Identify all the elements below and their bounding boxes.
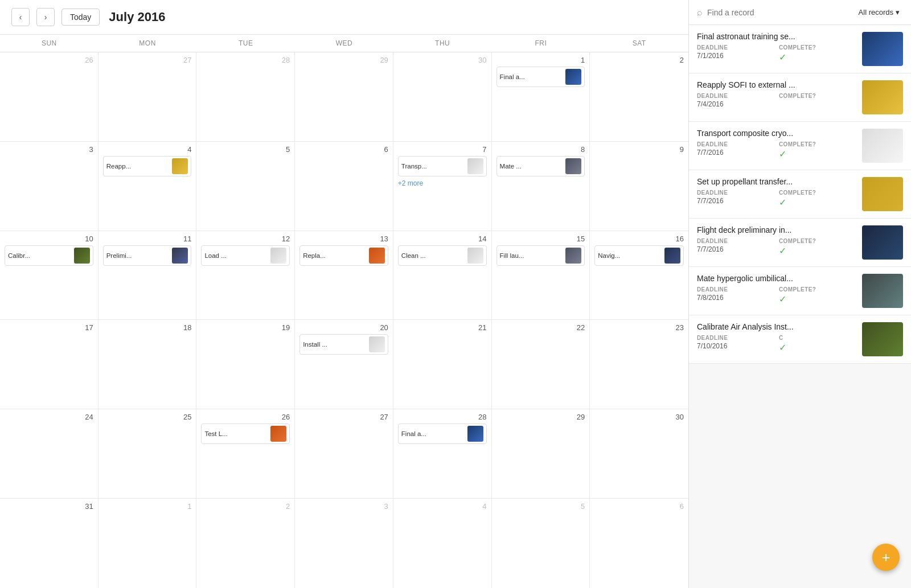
calendar-cell[interactable]: 27 — [295, 409, 393, 498]
event-item[interactable]: Load ... — [201, 245, 290, 266]
calendar-cell[interactable]: 7Transp...+2 more — [393, 142, 492, 231]
add-record-fab[interactable]: + — [872, 544, 900, 571]
record-meta: DEADLINECOMPLETE?7/7/2016✓ — [697, 238, 856, 256]
day-number: 13 — [299, 235, 388, 243]
calendar-cell[interactable]: 16Navig... — [590, 231, 688, 320]
event-thumbnail — [74, 248, 90, 264]
day-number: 1 — [496, 56, 585, 64]
day-number: 28 — [201, 56, 290, 64]
calendar-cell[interactable]: 1Final a... — [492, 52, 590, 141]
event-item[interactable]: Reapp... — [103, 156, 192, 176]
calendar-cell[interactable]: 19 — [196, 320, 295, 409]
record-item[interactable]: Reapply SOFI to external ...DEADLINECOMP… — [689, 73, 911, 122]
complete-label: COMPLETE? — [779, 44, 856, 51]
calendar-cell[interactable]: 15Fill lau... — [492, 231, 590, 320]
calendar-cell[interactable]: 5 — [196, 142, 295, 231]
week-row-1: 34Reapp...567Transp...+2 more8Mate ...9 — [0, 142, 688, 231]
calendar-cell[interactable]: 25 — [99, 409, 197, 498]
day-number: 26 — [5, 56, 93, 64]
calendar-cell[interactable]: 12Load ... — [196, 231, 295, 320]
event-item[interactable]: Clean ... — [398, 245, 487, 266]
calendar-cell[interactable]: 4Reapp... — [99, 142, 197, 231]
event-item[interactable]: Install ... — [299, 334, 388, 355]
record-item[interactable]: Mate hypergolic umbilical...DEADLINECOMP… — [689, 267, 911, 315]
calendar-cell[interactable]: 2 — [590, 52, 688, 141]
calendar-cell[interactable]: 4 — [393, 499, 492, 588]
calendar-cell[interactable]: 30 — [590, 409, 688, 498]
event-thumbnail — [172, 158, 188, 174]
calendar-cell[interactable]: 31 — [0, 499, 99, 588]
calendar-cell[interactable]: 11Prelimi... — [99, 231, 197, 320]
calendar-cell[interactable]: 17 — [0, 320, 99, 409]
calendar-cell[interactable]: 30 — [393, 52, 492, 141]
panel-header: ⌕ All records ▾ — [689, 0, 911, 25]
calendar-cell[interactable]: 2 — [196, 499, 295, 588]
day-number: 12 — [201, 235, 290, 243]
record-item[interactable]: Calibrate Air Analysis Inst...DEADLINEC7… — [689, 315, 911, 364]
event-item[interactable]: Fill lau... — [496, 245, 585, 266]
event-thumbnail — [565, 158, 581, 174]
calendar-cell[interactable]: 1 — [99, 499, 197, 588]
event-thumbnail — [664, 248, 680, 264]
event-item[interactable]: Final a... — [496, 67, 585, 87]
calendar-cell[interactable]: 8Mate ... — [492, 142, 590, 231]
event-item[interactable]: Calibr... — [5, 245, 93, 266]
right-panel: ⌕ All records ▾ Final astronaut training… — [689, 0, 911, 588]
event-thumbnail — [270, 426, 286, 442]
event-thumbnail — [369, 248, 385, 264]
event-item[interactable]: Transp... — [398, 156, 487, 176]
today-button[interactable]: Today — [61, 9, 100, 26]
more-events-link[interactable]: +2 more — [398, 178, 487, 188]
calendar-cell[interactable]: 27 — [99, 52, 197, 141]
complete-value: ✓ — [779, 52, 856, 63]
calendar-cell[interactable]: 29 — [492, 409, 590, 498]
record-item[interactable]: Set up propellant transfer...DEADLINECOM… — [689, 170, 911, 219]
calendar-cell[interactable]: 3 — [0, 142, 99, 231]
calendar-cell[interactable]: 6 — [590, 499, 688, 588]
next-button[interactable]: › — [36, 8, 55, 26]
calendar-cell[interactable]: 26Test L... — [196, 409, 295, 498]
calendar-cell[interactable]: 5 — [492, 499, 590, 588]
calendar-cell[interactable]: 23 — [590, 320, 688, 409]
calendar-cell[interactable]: 28 — [196, 52, 295, 141]
calendar-cell[interactable]: 26 — [0, 52, 99, 141]
event-item[interactable]: Test L... — [201, 423, 290, 444]
all-records-filter[interactable]: All records ▾ — [855, 6, 903, 19]
search-input[interactable] — [707, 8, 851, 17]
event-item[interactable]: Prelimi... — [103, 245, 192, 266]
day-number: 15 — [496, 235, 585, 243]
week-row-5: 31123456 — [0, 499, 688, 588]
calendar-cell[interactable]: 14Clean ... — [393, 231, 492, 320]
calendar-cell[interactable]: 6 — [295, 142, 393, 231]
event-item[interactable]: Mate ... — [496, 156, 585, 176]
event-item[interactable]: Navig... — [594, 245, 684, 266]
complete-label: COMPLETE? — [779, 238, 856, 244]
record-item[interactable]: Transport composite cryo...DEADLINECOMPL… — [689, 122, 911, 170]
calendar-cell[interactable]: 13Repla... — [295, 231, 393, 320]
day-number: 27 — [103, 56, 192, 64]
calendar-cell[interactable]: 28Final a... — [393, 409, 492, 498]
record-item[interactable]: Flight deck preliminary in...DEADLINECOM… — [689, 219, 911, 267]
calendar-cell[interactable]: 21 — [393, 320, 492, 409]
calendar-cell[interactable]: 24 — [0, 409, 99, 498]
calendar-cell[interactable]: 20Install ... — [295, 320, 393, 409]
event-label: Repla... — [303, 252, 367, 259]
calendar-cell[interactable]: 10Calibr... — [0, 231, 99, 320]
event-label: Calibr... — [8, 252, 72, 259]
day-number: 26 — [201, 413, 290, 421]
event-item[interactable]: Repla... — [299, 245, 388, 266]
search-icon: ⌕ — [697, 7, 703, 18]
calendar-cell[interactable]: 22 — [492, 320, 590, 409]
record-item[interactable]: Final astronaut training se...DEADLINECO… — [689, 25, 911, 73]
day-number: 17 — [5, 323, 93, 332]
calendar-cell[interactable]: 3 — [295, 499, 393, 588]
day-number: 2 — [201, 502, 290, 511]
calendar-area: ‹ › Today July 2016 SUNMONTUEWEDTHUFRISA… — [0, 0, 689, 588]
record-meta: DEADLINECOMPLETE?7/8/2016✓ — [697, 286, 856, 305]
calendar-cell[interactable]: 9 — [590, 142, 688, 231]
event-item[interactable]: Final a... — [398, 423, 487, 444]
calendar-cell[interactable]: 18 — [99, 320, 197, 409]
prev-button[interactable]: ‹ — [11, 8, 30, 26]
calendar-cell[interactable]: 29 — [295, 52, 393, 141]
day-number: 7 — [398, 145, 487, 154]
